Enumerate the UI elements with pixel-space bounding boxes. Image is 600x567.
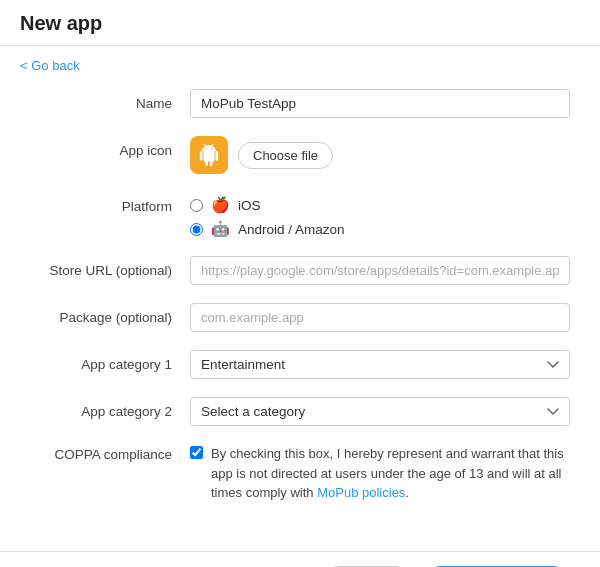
platform-android: 🤖 Android / Amazon xyxy=(190,220,570,238)
app-icon-preview xyxy=(190,136,228,174)
apple-icon: 🍎 xyxy=(211,196,230,214)
form-container: Name App icon Choose file Platform xyxy=(0,85,600,541)
package-label: Package (optional) xyxy=(30,303,190,325)
platform-label: Platform xyxy=(30,192,190,214)
platform-ios-label: iOS xyxy=(238,198,261,213)
store-url-input[interactable] xyxy=(190,256,570,285)
coppa-content: By checking this box, I hereby represent… xyxy=(190,444,570,503)
package-control xyxy=(190,303,570,332)
store-url-row: Store URL (optional) xyxy=(30,256,570,285)
app-category2-control: Select a category Entertainment Games Ne… xyxy=(190,397,570,426)
app-icon-row: App icon Choose file xyxy=(30,136,570,174)
platform-control: 🍎 iOS 🤖 Android / Amazon xyxy=(190,192,570,238)
store-url-label: Store URL (optional) xyxy=(30,256,190,278)
name-input[interactable] xyxy=(190,89,570,118)
platform-row: Platform 🍎 iOS 🤖 Android / Amazon xyxy=(30,192,570,238)
platform-ios: 🍎 iOS xyxy=(190,196,570,214)
name-control xyxy=(190,89,570,118)
android-platform-icon: 🤖 xyxy=(211,220,230,238)
app-category1-label: App category 1 xyxy=(30,350,190,372)
store-url-control xyxy=(190,256,570,285)
package-row: Package (optional) xyxy=(30,303,570,332)
package-input[interactable] xyxy=(190,303,570,332)
app-category1-row: App category 1 Entertainment Games News … xyxy=(30,350,570,379)
coppa-label: COPPA compliance xyxy=(30,444,190,462)
page-title: New app xyxy=(20,12,580,35)
coppa-policies-link[interactable]: MoPub policies xyxy=(317,485,405,500)
app-category2-select[interactable]: Select a category Entertainment Games Ne… xyxy=(190,397,570,426)
coppa-checkbox[interactable] xyxy=(190,446,203,459)
platform-options: 🍎 iOS 🤖 Android / Amazon xyxy=(190,192,570,238)
platform-ios-radio[interactable] xyxy=(190,199,203,212)
android-icon xyxy=(198,144,220,166)
app-category2-row: App category 2 Select a category Enterta… xyxy=(30,397,570,426)
app-category2-label: App category 2 xyxy=(30,397,190,419)
platform-android-radio[interactable] xyxy=(190,223,203,236)
app-icon-control: Choose file xyxy=(190,136,570,174)
coppa-row: COPPA compliance By checking this box, I… xyxy=(30,444,570,503)
app-category1-select[interactable]: Entertainment Games News Sports Educatio… xyxy=(190,350,570,379)
name-row: Name xyxy=(30,89,570,118)
app-icon-label: App icon xyxy=(30,136,190,158)
go-back-link[interactable]: Go back xyxy=(20,58,80,73)
choose-file-button[interactable]: Choose file xyxy=(238,142,333,169)
coppa-text: By checking this box, I hereby represent… xyxy=(211,444,570,503)
name-label: Name xyxy=(30,89,190,111)
app-category1-control: Entertainment Games News Sports Educatio… xyxy=(190,350,570,379)
footer-actions: Cancel Save & continue xyxy=(0,552,600,568)
platform-android-label: Android / Amazon xyxy=(238,222,345,237)
app-icon-area: Choose file xyxy=(190,136,570,174)
